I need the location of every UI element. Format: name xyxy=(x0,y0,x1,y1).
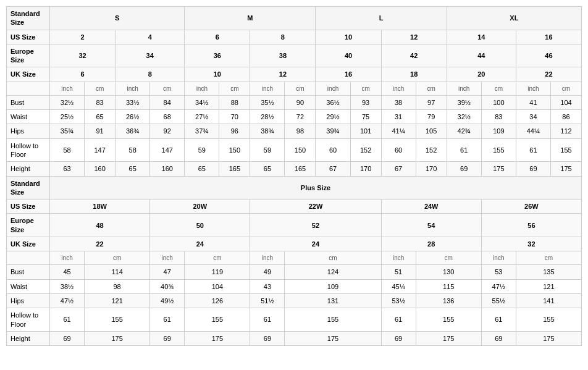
unit-cm-8: cm xyxy=(550,82,581,95)
waist-14: 34 xyxy=(516,110,550,124)
hollow-14: 61 xyxy=(516,138,550,162)
height-0: 63 xyxy=(50,162,85,176)
plus-eu-50: 50 xyxy=(150,214,250,237)
plus-waist-row: Waist 38½ 98 40¾ 104 43 109 45¼ 115 47½ … xyxy=(7,279,582,293)
bust-1: 83 xyxy=(85,95,116,109)
plus-uk-row: UK Size 22 24 24 28 32 xyxy=(7,237,582,251)
bust-10: 38 xyxy=(381,95,416,109)
unit-cm-6: cm xyxy=(416,82,447,95)
plus-hips-4: 51½ xyxy=(250,293,285,308)
unit-cm-1: cm xyxy=(85,82,116,95)
plus-uk-32: 32 xyxy=(481,237,581,251)
xl-header: XL xyxy=(447,7,581,30)
plus-bust-0: 45 xyxy=(50,265,85,279)
bust-12: 39½ xyxy=(447,95,481,109)
plus-waist-2: 40¾ xyxy=(150,279,185,293)
height-12: 69 xyxy=(447,162,481,176)
waist-7: 72 xyxy=(285,110,316,124)
plus-hips-2: 49½ xyxy=(150,293,185,308)
bust-6: 35½ xyxy=(250,95,285,109)
hollow-11: 152 xyxy=(416,138,447,162)
plus-unit-row: inch cm inch cm inch cm inch cm inch cm xyxy=(7,251,582,265)
plus-hollow-5: 155 xyxy=(285,308,381,332)
plus-waist-3: 104 xyxy=(185,279,250,293)
waist-5: 70 xyxy=(219,110,250,124)
height-label: Height xyxy=(7,162,50,176)
eu-36: 36 xyxy=(185,44,250,67)
plus-empty-unit xyxy=(7,251,50,265)
plus-eu-52: 52 xyxy=(250,214,381,237)
plus-bust-4: 49 xyxy=(250,265,285,279)
hollow-12: 61 xyxy=(447,138,481,162)
plus-hollow-3: 155 xyxy=(185,308,250,332)
plus-height-7: 175 xyxy=(416,331,481,345)
plus-hollow-6: 61 xyxy=(381,308,416,332)
plus-height-3: 175 xyxy=(185,331,250,345)
unit-inch-2: inch xyxy=(116,82,150,95)
height-7: 165 xyxy=(285,162,316,176)
plus-height-0: 69 xyxy=(50,331,85,345)
plus-unit-inch-1: inch xyxy=(50,251,85,265)
plus-height-6: 69 xyxy=(381,331,416,345)
plus-hips-3: 126 xyxy=(185,293,250,308)
hollow-3: 147 xyxy=(150,138,185,162)
waist-3: 68 xyxy=(150,110,185,124)
plus-hollow-4: 61 xyxy=(250,308,285,332)
plus-height-row: Height 69 175 69 175 69 175 69 175 69 17… xyxy=(7,331,582,345)
plus-bust-9: 135 xyxy=(516,265,581,279)
us-16: 16 xyxy=(516,30,581,44)
plus-hollow-9: 155 xyxy=(516,308,581,332)
plus-hollow-2: 61 xyxy=(150,308,185,332)
waist-row: Waist 25½ 65 26½ 68 27½ 70 28½ 72 29½ 75… xyxy=(7,110,582,124)
waist-label: Waist xyxy=(7,110,50,124)
hips-3: 92 xyxy=(150,124,185,138)
plus-size-title: Plus Size xyxy=(50,176,582,200)
us-12: 12 xyxy=(381,30,447,44)
hollow-0: 58 xyxy=(50,138,85,162)
plus-bust-3: 119 xyxy=(185,265,250,279)
hollow-8: 60 xyxy=(316,138,350,162)
plus-height-1: 175 xyxy=(85,331,150,345)
plus-bust-1: 114 xyxy=(85,265,150,279)
hips-12: 42¾ xyxy=(447,124,481,138)
waist-11: 79 xyxy=(416,110,447,124)
top-header-row: Standard Size S M L XL xyxy=(7,7,582,30)
plus-hips-8: 55½ xyxy=(481,293,516,308)
hips-10: 41¼ xyxy=(381,124,416,138)
plus-unit-cm-1: cm xyxy=(85,251,150,265)
plus-height-5: 175 xyxy=(285,331,381,345)
unit-cm-5: cm xyxy=(350,82,381,95)
plus-hollow-label: Hollow to Floor xyxy=(7,308,50,332)
waist-12: 32½ xyxy=(447,110,481,124)
hips-11: 105 xyxy=(416,124,447,138)
plus-bust-label: Bust xyxy=(7,265,50,279)
hollow-15: 155 xyxy=(550,138,581,162)
hips-13: 109 xyxy=(481,124,516,138)
eu-40: 40 xyxy=(316,44,381,67)
plus-hollow-8: 61 xyxy=(481,308,516,332)
plus-unit-inch-2: inch xyxy=(150,251,185,265)
plus-height-8: 69 xyxy=(481,331,516,345)
plus-standard-label: Standard Size xyxy=(7,176,50,200)
plus-height-2: 69 xyxy=(150,331,185,345)
hips-2: 36¾ xyxy=(116,124,150,138)
plus-hips-1: 121 xyxy=(85,293,150,308)
us-10: 10 xyxy=(316,30,381,44)
unit-inch-5: inch xyxy=(316,82,350,95)
plus-eu-48: 48 xyxy=(50,214,150,237)
plus-us-24w: 24W xyxy=(381,200,481,214)
hollow-7: 150 xyxy=(285,138,316,162)
waist-0: 25½ xyxy=(50,110,85,124)
bust-14: 41 xyxy=(516,95,550,109)
plus-unit-inch-5: inch xyxy=(481,251,516,265)
height-6: 65 xyxy=(250,162,285,176)
plus-waist-6: 45¼ xyxy=(381,279,416,293)
unit-inch-7: inch xyxy=(447,82,481,95)
plus-bust-7: 130 xyxy=(416,265,481,279)
plus-waist-1: 98 xyxy=(85,279,150,293)
plus-uk-24b: 24 xyxy=(250,237,381,251)
height-14: 69 xyxy=(516,162,550,176)
hollow-row: Hollow to Floor 58 147 58 147 59 150 59 … xyxy=(7,138,582,162)
bust-0: 32½ xyxy=(50,95,85,109)
eu-42: 42 xyxy=(381,44,447,67)
